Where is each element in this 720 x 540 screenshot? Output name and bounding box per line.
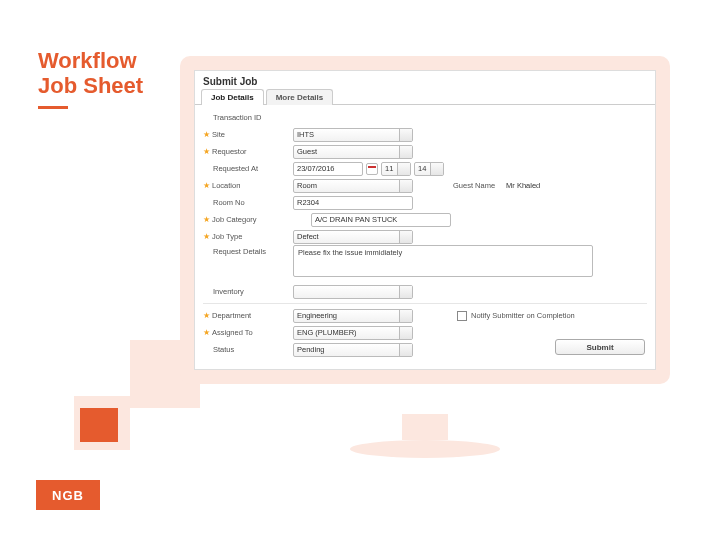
- label-room-no: Room No: [203, 198, 289, 207]
- location-select[interactable]: Room: [293, 179, 413, 193]
- label-inventory: Inventory: [203, 287, 289, 296]
- label-job-category: Job Category: [212, 215, 257, 224]
- monitor-illustration: Submit Job Job Details More Details Tran…: [180, 56, 670, 416]
- status-select[interactable]: Pending: [293, 343, 413, 357]
- label-department: Department: [212, 311, 251, 320]
- monitor-base: [350, 440, 500, 458]
- star-icon: ★: [203, 232, 210, 241]
- monitor-stand: [402, 414, 448, 440]
- tab-more-details[interactable]: More Details: [266, 89, 334, 105]
- calendar-icon[interactable]: [366, 163, 378, 175]
- star-icon: ★: [203, 130, 210, 139]
- notify-checkbox[interactable]: [457, 311, 467, 321]
- label-location: Location: [212, 181, 240, 190]
- guest-name-value: Mr Khaled: [503, 179, 647, 193]
- date-input[interactable]: 23/07/2016: [293, 162, 363, 176]
- label-request-details: Request Details: [203, 245, 289, 256]
- department-select[interactable]: Engineering: [293, 309, 413, 323]
- label-status: Status: [203, 345, 289, 354]
- assigned-to-select[interactable]: ENG (PLUMBER): [293, 326, 413, 340]
- job-type-select[interactable]: Defect: [293, 230, 413, 244]
- requestor-select[interactable]: Guest: [293, 145, 413, 159]
- minute-select[interactable]: 14: [414, 162, 444, 176]
- room-no-input[interactable]: R2304: [293, 196, 413, 210]
- page-title: Workflow Job Sheet: [38, 48, 143, 99]
- label-guest-name: Guest Name: [453, 181, 495, 190]
- page-title-line1: Workflow: [38, 48, 137, 73]
- label-notify: Notify Submitter on Completion: [471, 311, 575, 320]
- hour-select[interactable]: 11: [381, 162, 411, 176]
- app-window: Submit Job Job Details More Details Tran…: [194, 70, 656, 370]
- job-category-input[interactable]: A/C DRAIN PAN STUCK: [311, 213, 451, 227]
- label-assigned-to: Assigned To: [212, 328, 253, 337]
- decor-block-3: [80, 408, 118, 442]
- footer-logo: NGB: [36, 480, 100, 510]
- label-requestor: Requestor: [212, 147, 247, 156]
- star-icon: ★: [203, 215, 210, 224]
- divider: [203, 303, 647, 304]
- tabs: Job Details More Details: [195, 89, 655, 105]
- label-job-type: Job Type: [212, 232, 242, 241]
- window-title: Submit Job: [195, 71, 655, 89]
- site-select[interactable]: IHTS: [293, 128, 413, 142]
- request-details-textarea[interactable]: Please fix the issue immidiately: [293, 245, 593, 277]
- tab-job-details[interactable]: Job Details: [201, 89, 264, 105]
- submit-button[interactable]: Submit: [555, 339, 645, 355]
- star-icon: ★: [203, 181, 210, 190]
- label-requested-at: Requested At: [203, 164, 289, 173]
- star-icon: ★: [203, 311, 210, 320]
- star-icon: ★: [203, 328, 210, 337]
- label-site: Site: [212, 130, 225, 139]
- form: Transaction ID ★Site IHTS ★Requestor Gue…: [195, 105, 655, 362]
- monitor-frame: Submit Job Job Details More Details Tran…: [180, 56, 670, 384]
- inventory-select[interactable]: [293, 285, 413, 299]
- title-underline: [38, 106, 68, 109]
- star-icon: ★: [203, 147, 210, 156]
- page-title-line2: Job Sheet: [38, 73, 143, 98]
- label-transaction-id: Transaction ID: [203, 113, 289, 122]
